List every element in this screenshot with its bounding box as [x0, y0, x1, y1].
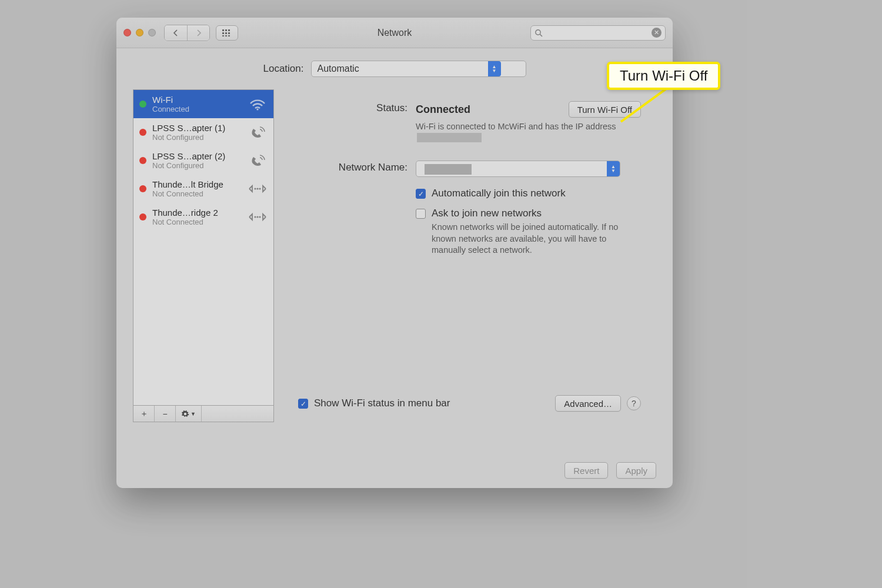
interface-item-3[interactable]: Thunde…lt BridgeNot Connected — [133, 175, 273, 203]
ask-to-join-label: Ask to join new networks — [432, 208, 632, 219]
interface-list[interactable]: Wi-FiConnectedLPSS S…apter (1)Not Config… — [133, 89, 274, 406]
wifi-icon — [248, 96, 268, 112]
location-value: Automatic — [312, 64, 488, 74]
interface-name: Thunde…ridge 2 — [152, 208, 242, 218]
sidebar-gear-menu[interactable]: ▼ — [176, 406, 202, 422]
phone-icon — [248, 153, 268, 168]
location-label: Location: — [263, 63, 304, 75]
bridge-icon — [248, 209, 268, 225]
show-all-button[interactable] — [216, 25, 238, 41]
ask-to-join-description: Known networks will be joined automatica… — [432, 222, 632, 256]
svg-rect-3 — [222, 32, 224, 34]
svg-point-13 — [256, 188, 258, 189]
help-button[interactable]: ? — [627, 396, 641, 410]
zoom-window-button[interactable] — [148, 29, 156, 36]
interface-status: Not Connected — [152, 218, 242, 226]
advanced-button[interactable]: Advanced… — [555, 395, 621, 412]
apply-button[interactable]: Apply — [616, 462, 656, 479]
ask-to-join-checkbox[interactable] — [416, 209, 426, 219]
search-icon — [534, 29, 543, 37]
svg-rect-7 — [225, 35, 227, 36]
select-stepper-icon: ▲▼ — [607, 161, 620, 176]
interface-sidebar: Wi-FiConnectedLPSS S…apter (1)Not Config… — [133, 89, 274, 422]
status-dot — [139, 101, 146, 108]
sidebar-footer: ＋ − ▼ — [133, 406, 274, 422]
footer-buttons: Revert Apply — [564, 462, 656, 479]
detail-pane: Status: Connected Turn Wi-Fi Off Wi-Fi i… — [283, 89, 656, 422]
search-input[interactable] — [546, 28, 648, 37]
interface-item-4[interactable]: Thunde…ridge 2Not Connected — [133, 203, 273, 231]
svg-point-11 — [256, 108, 258, 110]
interface-name: Thunde…lt Bridge — [152, 179, 242, 189]
network-preferences-window: Network ✕ Location: Automatic ▲▼ Wi-FiCo… — [116, 18, 673, 488]
window-title: Network — [377, 28, 412, 38]
phone-icon — [248, 125, 268, 140]
status-description-text: Wi-Fi is connected to McWiFi and has the… — [416, 122, 616, 131]
gear-icon — [181, 410, 189, 418]
network-name-select[interactable]: ▲▼ — [416, 161, 620, 177]
search-field[interactable]: ✕ — [530, 25, 666, 41]
svg-point-12 — [254, 188, 256, 189]
svg-point-15 — [254, 216, 256, 218]
svg-rect-0 — [222, 29, 224, 31]
svg-point-17 — [259, 216, 260, 218]
interface-name: LPSS S…apter (2) — [152, 151, 242, 161]
remove-interface-button[interactable]: − — [155, 406, 176, 422]
interface-name: LPSS S…apter (1) — [152, 123, 242, 133]
svg-rect-5 — [228, 32, 230, 34]
select-stepper-icon: ▲▼ — [488, 61, 501, 76]
auto-join-label: Automatically join this network — [432, 188, 566, 199]
status-dot — [139, 129, 146, 136]
svg-point-9 — [536, 29, 540, 34]
chevron-left-icon — [172, 29, 179, 36]
status-dot — [139, 185, 146, 192]
interface-item-0[interactable]: Wi-FiConnected — [133, 90, 273, 118]
svg-rect-2 — [228, 29, 230, 31]
ip-address-redacted — [417, 133, 482, 142]
sidebar-footer-spacer — [202, 406, 273, 422]
interface-item-2[interactable]: LPSS S…apter (2)Not Configured — [133, 146, 273, 175]
interface-status: Connected — [152, 105, 242, 113]
revert-button[interactable]: Revert — [564, 462, 608, 479]
clear-search-button[interactable]: ✕ — [652, 28, 662, 38]
location-select[interactable]: Automatic ▲▼ — [311, 61, 526, 77]
auto-join-checkbox[interactable]: ✓ — [416, 189, 426, 199]
close-window-button[interactable] — [123, 29, 131, 36]
svg-rect-1 — [225, 29, 227, 31]
status-value: Connected — [416, 103, 470, 116]
ssid-redacted — [425, 164, 472, 175]
show-status-checkbox[interactable]: ✓ — [298, 399, 308, 409]
svg-rect-8 — [228, 35, 230, 36]
network-name-label: Network Name: — [298, 161, 416, 262]
network-name-value — [416, 163, 607, 175]
interface-item-1[interactable]: LPSS S…apter (1)Not Configured — [133, 118, 273, 146]
status-dot — [139, 213, 146, 220]
svg-rect-6 — [222, 35, 224, 36]
annotation-callout: Turn Wi-Fi Off — [607, 62, 720, 90]
bridge-icon — [248, 181, 268, 196]
nav-segment — [164, 25, 210, 41]
svg-line-10 — [540, 34, 542, 36]
interface-name: Wi-Fi — [152, 95, 242, 105]
svg-point-14 — [259, 188, 260, 189]
status-description: Wi-Fi is connected to McWiFi and has the… — [416, 121, 627, 144]
status-dot — [139, 157, 146, 164]
add-interface-button[interactable]: ＋ — [133, 406, 155, 422]
svg-rect-4 — [225, 32, 227, 34]
toolbar: Network ✕ — [116, 18, 673, 48]
chevron-right-icon — [195, 29, 202, 36]
grid-icon — [222, 29, 232, 36]
show-status-label: Show Wi-Fi status in menu bar — [314, 397, 450, 409]
forward-button[interactable] — [187, 25, 209, 41]
interface-status: Not Connected — [152, 189, 242, 198]
interface-status: Not Configured — [152, 133, 242, 142]
interface-status: Not Configured — [152, 161, 242, 170]
minimize-window-button[interactable] — [136, 29, 143, 36]
svg-point-16 — [256, 216, 258, 218]
window-traffic-lights — [123, 29, 156, 36]
location-row: Location: Automatic ▲▼ — [116, 48, 673, 89]
back-button[interactable] — [165, 25, 187, 41]
status-label: Status: — [298, 101, 416, 144]
